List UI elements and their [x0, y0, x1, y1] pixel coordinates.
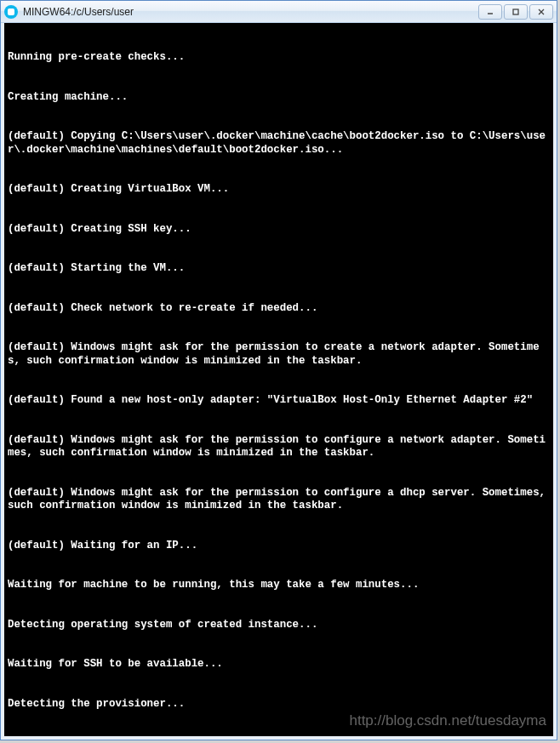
terminal-line: Provisioning with boot2docker...: [8, 737, 550, 740]
terminal-line: (default) Creating VirtualBox VM...: [8, 183, 550, 197]
terminal-window: MINGW64:/c/Users/user Running pre-create…: [0, 0, 557, 740]
minimize-button[interactable]: [478, 4, 502, 20]
terminal-line: (default) Windows might ask for the perm…: [8, 341, 550, 368]
terminal-line: Creating machine...: [8, 91, 550, 105]
terminal-line: (default) Waiting for an IP...: [8, 540, 550, 553]
terminal-content[interactable]: Running pre-create checks... Creating ma…: [1, 23, 557, 740]
terminal-line: (default) Creating SSH key...: [8, 223, 550, 237]
maximize-button[interactable]: [504, 4, 528, 20]
watermark-text: http://blog.csdn.net/tuesdayma: [349, 712, 546, 729]
svg-rect-1: [513, 9, 518, 14]
close-button[interactable]: [529, 4, 553, 20]
terminal-line: Detecting operating system of created in…: [8, 619, 550, 632]
terminal-line: (default) Windows might ask for the perm…: [8, 487, 550, 513]
app-icon: [4, 5, 18, 19]
terminal-line: Running pre-create checks...: [8, 51, 550, 65]
terminal-line: Waiting for machine to be running, this …: [8, 579, 550, 592]
terminal-line: (default) Copying C:\Users\user\.docker\…: [8, 130, 550, 157]
terminal-line: (default) Found a new host-only adapter:…: [8, 394, 550, 408]
terminal-line: Waiting for SSH to be available...: [8, 658, 550, 672]
window-controls: [478, 4, 553, 20]
terminal-line: Detecting the provisioner...: [8, 698, 550, 712]
window-titlebar[interactable]: MINGW64:/c/Users/user: [1, 1, 557, 23]
terminal-line: (default) Check network to re-create if …: [8, 302, 550, 316]
window-title: MINGW64:/c/Users/user: [23, 6, 478, 18]
terminal-line: (default) Starting the VM...: [8, 262, 550, 276]
terminal-line: (default) Windows might ask for the perm…: [8, 434, 550, 460]
